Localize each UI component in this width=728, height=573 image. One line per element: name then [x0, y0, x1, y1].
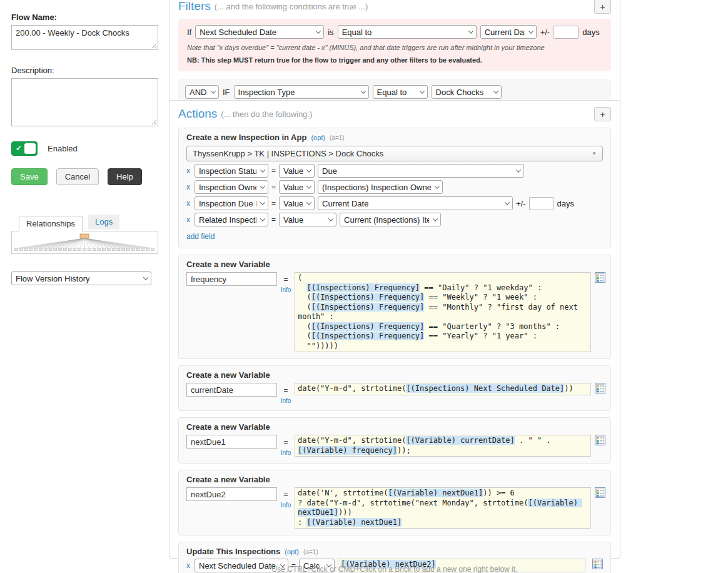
chevron-down-icon — [316, 28, 321, 33]
value-type-select[interactable]: Value — [279, 164, 315, 178]
plusminus-label: +/- — [540, 28, 550, 37]
add-filter-button[interactable]: + — [594, 0, 611, 14]
formula-editor[interactable]: date("Y-m-d", strtotime([(Variable) curr… — [295, 435, 591, 457]
flow-version-history-select[interactable]: Flow Version History — [11, 271, 151, 285]
days-offset-input[interactable] — [554, 26, 579, 39]
variable-name-input[interactable] — [186, 435, 277, 449]
equals-label: = — [271, 166, 276, 175]
value-type-select[interactable]: Value — [279, 196, 315, 210]
filters-title: Filters — [178, 0, 211, 13]
info-link[interactable]: Info — [277, 502, 295, 509]
opt-link[interactable]: (opt) — [311, 134, 325, 141]
flow-editor-page: Flow Name: 200.00 - Weekly - Dock Chocks… — [0, 0, 728, 573]
relationship-graph-panel — [11, 231, 158, 254]
actions-subtitle: (... then do the following:) — [221, 109, 312, 119]
toggle-knob — [24, 143, 36, 154]
overdue-note: Note that "x days overdue" = "current da… — [187, 44, 602, 51]
enabled-toggle[interactable] — [11, 141, 38, 156]
chevron-down-icon — [360, 88, 365, 93]
add-action-button[interactable]: + — [594, 107, 611, 121]
filter-operator-select[interactable]: Equal to — [373, 85, 428, 99]
action-brick-create-inspection: Create a new Inspection in App (opt) (a=… — [178, 128, 611, 248]
filter-value-select[interactable]: Dock Chocks — [432, 85, 502, 99]
flow-settings-sidebar: Flow Name: 200.00 - Weekly - Dock Chocks… — [11, 13, 158, 285]
boolean-operator-select[interactable]: AND — [185, 85, 219, 99]
chevron-down-icon — [306, 167, 311, 172]
tab-relationships[interactable]: Relationships — [19, 216, 83, 231]
chevron-down-icon — [306, 200, 311, 205]
equals-label: = — [283, 490, 288, 499]
help-button[interactable]: Help — [108, 168, 142, 185]
chevron-down-icon — [493, 88, 498, 93]
save-button[interactable]: Save — [11, 168, 48, 185]
field-picker-icon[interactable] — [595, 272, 605, 283]
brick-title: Update This Inspections — [186, 547, 280, 556]
chevron-down-icon — [260, 200, 265, 205]
filters-panel: Filters (... and the following condition… — [169, 0, 620, 111]
resize-handle-icon — [151, 119, 157, 125]
brick-title: Create a new Variable — [186, 370, 270, 380]
remove-field-link[interactable]: x — [186, 199, 191, 208]
cancel-button[interactable]: Cancel — [56, 168, 99, 185]
chevron-down-icon — [435, 183, 440, 188]
brick-hint-text: Use CTRL+Click or CMD+Click on a Brick t… — [169, 565, 620, 573]
info-link[interactable]: Info — [277, 286, 295, 293]
chevron-down-icon — [260, 216, 265, 221]
formula-editor[interactable]: ( [(Inspections) Frequency] == "Daily" ?… — [295, 272, 591, 352]
field-select[interactable]: Inspection Owner — [195, 180, 268, 194]
field-picker-icon[interactable] — [595, 487, 605, 498]
flow-name-input[interactable]: 200.00 - Weekly - Dock Chocks — [11, 25, 158, 50]
field-picker-icon[interactable] — [595, 435, 605, 445]
filter-field-select[interactable]: Inspection Type — [234, 85, 369, 99]
filter-operator-select[interactable]: Equal to — [338, 25, 477, 39]
field-select[interactable]: Inspection Status — [195, 164, 268, 178]
field-picker-icon[interactable] — [595, 383, 605, 393]
remove-field-link[interactable]: x — [186, 183, 191, 191]
value-select[interactable]: (Inspections) Inspection Owner(s) — [318, 180, 443, 194]
info-link[interactable]: Info — [277, 449, 295, 456]
formula-editor[interactable]: date("Y-m-d", strtotime([(Inspections) N… — [295, 383, 591, 395]
equals-label: = — [283, 275, 288, 284]
value-select[interactable]: Current Date — [318, 196, 513, 210]
value-type-select[interactable]: Value — [279, 213, 336, 226]
formula-editor[interactable]: date('N', strtotime([(Variable) nextDue1… — [295, 487, 591, 529]
chevron-down-icon — [260, 183, 265, 188]
filter-field-select[interactable]: Next Scheduled Date — [195, 25, 324, 39]
variable-name-input[interactable] — [186, 487, 277, 501]
tab-logs[interactable]: Logs — [88, 215, 119, 230]
value-select[interactable]: Current (Inspections) Item — [340, 213, 441, 226]
brick-title: Create a new Inspection in App — [186, 133, 306, 142]
chevron-down-icon — [516, 167, 521, 172]
if-label: IF — [223, 88, 230, 97]
equals-label: = — [271, 215, 276, 224]
days-label: days — [582, 28, 599, 37]
equals-label: = — [283, 386, 288, 395]
enabled-label: Enabled — [48, 144, 78, 153]
chevron-down-icon — [419, 88, 424, 93]
chevron-down-icon — [328, 216, 333, 221]
target-app-select[interactable]: ThyssenKrupp > TK | INSPECTIONS > Dock C… — [186, 146, 603, 161]
value-select[interactable]: Due — [318, 164, 524, 178]
description-input[interactable] — [11, 78, 158, 126]
action-brick-variable-currentdate: Create a new Variable =Info date("Y-m-d"… — [178, 365, 611, 411]
filter-value-select[interactable]: Current Date — [480, 25, 537, 39]
field-select[interactable]: Inspection Due Date — [195, 196, 268, 210]
remove-field-link[interactable]: x — [186, 166, 191, 175]
chevron-down-icon — [468, 28, 473, 33]
add-field-link[interactable]: add field — [186, 232, 215, 241]
flow-name-value: 200.00 - Weekly - Dock Chocks — [16, 28, 129, 38]
remove-field-link[interactable]: x — [186, 215, 191, 224]
field-select[interactable]: Related Inspection — [195, 213, 268, 226]
opt-link[interactable]: (opt) — [285, 548, 299, 555]
days-offset-input[interactable] — [529, 197, 554, 210]
info-link[interactable]: Info — [277, 397, 295, 404]
variable-name-input[interactable] — [186, 383, 277, 397]
value-type-select[interactable]: Value — [279, 180, 315, 194]
brick-title: Create a new Variable — [186, 422, 270, 432]
equals-label: = — [271, 199, 276, 208]
dropdown-arrow-icon: ▼ — [592, 151, 597, 156]
variable-name-input[interactable] — [186, 272, 277, 286]
chevron-down-icon — [260, 167, 265, 172]
equals-label: = — [271, 183, 276, 191]
a-count-label: (a=1) — [303, 549, 318, 555]
